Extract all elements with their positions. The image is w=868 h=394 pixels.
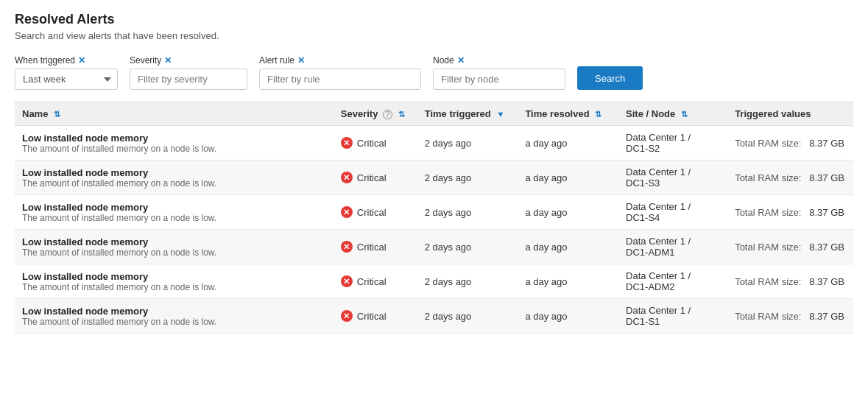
search-group: Search xyxy=(577,53,643,90)
alert-name: Low installed node memory xyxy=(22,236,326,247)
triggered-value: 8.37 GB xyxy=(809,311,844,322)
alert-rule-filter: Alert rule ✕ xyxy=(259,55,421,90)
severity-label: Severity ✕ xyxy=(130,55,247,66)
node-input[interactable] xyxy=(433,68,565,90)
col-time-triggered[interactable]: Time triggered ▼ xyxy=(417,102,518,126)
cell-triggered-values: Total RAM size: 8.37 GB xyxy=(727,230,853,264)
alert-name: Low installed node memory xyxy=(22,202,326,213)
cell-site-node: Data Center 1 /DC1-S2 xyxy=(618,126,727,161)
alert-desc: The amount of installed memory on a node… xyxy=(22,247,326,258)
severity-input[interactable] xyxy=(130,68,247,90)
time-resolved-sort-icon[interactable]: ⇅ xyxy=(595,110,601,119)
alert-desc: The amount of installed memory on a node… xyxy=(22,144,326,154)
triggered-label: Total RAM size: xyxy=(735,207,801,218)
alert-rule-input[interactable] xyxy=(259,68,421,90)
cell-severity: ✕ Critical xyxy=(334,230,417,264)
site-node-sort-icon[interactable]: ⇅ xyxy=(681,110,688,119)
triggered-label: Total RAM size: xyxy=(735,172,801,183)
cell-time-triggered: 2 days ago xyxy=(417,195,518,230)
triggered-label: Total RAM size: xyxy=(735,276,801,287)
time-triggered-sort-icon[interactable]: ▼ xyxy=(496,110,504,119)
alert-name: Low installed node memory xyxy=(22,306,326,317)
cell-triggered-values: Total RAM size: 8.37 GB xyxy=(727,195,853,230)
cell-severity: ✕ Critical xyxy=(334,299,417,334)
when-triggered-label: When triggered ✕ xyxy=(15,55,118,66)
alert-name: Low installed node memory xyxy=(22,133,326,144)
critical-icon: ✕ xyxy=(341,206,353,218)
cell-time-resolved: a day ago xyxy=(518,264,618,299)
cell-severity: ✕ Critical xyxy=(334,264,417,299)
name-sort-icon[interactable]: ⇅ xyxy=(54,110,60,119)
when-triggered-filter: When triggered ✕ Last week Last month La… xyxy=(15,55,118,90)
critical-icon: ✕ xyxy=(341,172,353,183)
severity-filter: Severity ✕ xyxy=(130,55,247,90)
severity-label: Critical xyxy=(357,138,387,149)
triggered-label: Total RAM size: xyxy=(735,138,801,149)
col-severity[interactable]: Severity ? ⇅ xyxy=(334,102,417,126)
cell-time-resolved: a day ago xyxy=(518,161,618,195)
table-row[interactable]: Low installed node memory The amount of … xyxy=(15,299,853,334)
alert-rule-close[interactable]: ✕ xyxy=(297,55,305,66)
node-filter: Node ✕ xyxy=(433,55,565,90)
cell-triggered-values: Total RAM size: 8.37 GB xyxy=(727,264,853,299)
triggered-value: 8.37 GB xyxy=(809,207,844,218)
alert-desc: The amount of installed memory on a node… xyxy=(22,178,326,189)
alert-desc: The amount of installed memory on a node… xyxy=(22,213,326,223)
severity-label: Critical xyxy=(357,311,387,322)
alert-name: Low installed node memory xyxy=(22,271,326,282)
triggered-label: Total RAM size: xyxy=(735,242,801,253)
cell-time-triggered: 2 days ago xyxy=(417,230,518,264)
cell-site-node: Data Center 1 /DC1-S1 xyxy=(618,299,727,334)
cell-site-node: Data Center 1 /DC1-S4 xyxy=(618,195,727,230)
cell-name: Low installed node memory The amount of … xyxy=(15,126,334,161)
severity-label: Critical xyxy=(357,207,387,218)
cell-time-resolved: a day ago xyxy=(518,299,618,334)
node-close[interactable]: ✕ xyxy=(457,55,465,66)
triggered-value: 8.37 GB xyxy=(809,276,844,287)
cell-time-triggered: 2 days ago xyxy=(417,161,518,195)
alert-desc: The amount of installed memory on a node… xyxy=(22,282,326,292)
table-row[interactable]: Low installed node memory The amount of … xyxy=(15,264,853,299)
col-time-resolved[interactable]: Time resolved ⇅ xyxy=(518,102,618,126)
triggered-value: 8.37 GB xyxy=(809,242,844,253)
col-site-node[interactable]: Site / Node ⇅ xyxy=(618,102,727,126)
cell-triggered-values: Total RAM size: 8.37 GB xyxy=(727,299,853,334)
cell-triggered-values: Total RAM size: 8.37 GB xyxy=(727,161,853,195)
severity-close[interactable]: ✕ xyxy=(164,55,172,66)
alert-rule-label: Alert rule ✕ xyxy=(259,55,421,66)
cell-name: Low installed node memory The amount of … xyxy=(15,161,334,195)
filters-bar: When triggered ✕ Last week Last month La… xyxy=(15,53,853,90)
cell-time-triggered: 2 days ago xyxy=(417,126,518,161)
cell-site-node: Data Center 1 /DC1-ADM1 xyxy=(618,230,727,264)
critical-icon: ✕ xyxy=(341,275,353,287)
col-name[interactable]: Name ⇅ xyxy=(15,102,334,126)
cell-time-resolved: a day ago xyxy=(518,195,618,230)
col-triggered-values: Triggered values xyxy=(727,102,853,126)
table-header-row: Name ⇅ Severity ? ⇅ Time triggered ▼ Tim… xyxy=(15,102,853,126)
cell-name: Low installed node memory The amount of … xyxy=(15,195,334,230)
severity-sort-icon[interactable]: ⇅ xyxy=(398,110,405,119)
cell-site-node: Data Center 1 /DC1-S3 xyxy=(618,161,727,195)
table-row[interactable]: Low installed node memory The amount of … xyxy=(15,230,853,264)
table-row[interactable]: Low installed node memory The amount of … xyxy=(15,126,853,161)
critical-icon: ✕ xyxy=(341,137,353,149)
critical-icon: ✕ xyxy=(341,310,353,322)
page-title: Resolved Alerts xyxy=(15,12,853,27)
cell-site-node: Data Center 1 /DC1-ADM2 xyxy=(618,264,727,299)
triggered-label: Total RAM size: xyxy=(735,311,801,322)
search-button[interactable]: Search xyxy=(577,66,643,90)
cell-time-resolved: a day ago xyxy=(518,230,618,264)
critical-icon: ✕ xyxy=(341,241,353,253)
cell-severity: ✕ Critical xyxy=(334,161,417,195)
when-triggered-select[interactable]: Last week Last month Last 3 months All t… xyxy=(15,68,118,90)
when-triggered-close[interactable]: ✕ xyxy=(78,55,85,66)
alert-name: Low installed node memory xyxy=(22,167,326,178)
table-row[interactable]: Low installed node memory The amount of … xyxy=(15,195,853,230)
cell-severity: ✕ Critical xyxy=(334,126,417,161)
cell-time-resolved: a day ago xyxy=(518,126,618,161)
severity-label: Critical xyxy=(357,242,387,253)
table-row[interactable]: Low installed node memory The amount of … xyxy=(15,161,853,195)
triggered-value: 8.37 GB xyxy=(809,138,844,149)
severity-info-icon[interactable]: ? xyxy=(383,110,392,119)
node-label: Node ✕ xyxy=(433,55,565,66)
